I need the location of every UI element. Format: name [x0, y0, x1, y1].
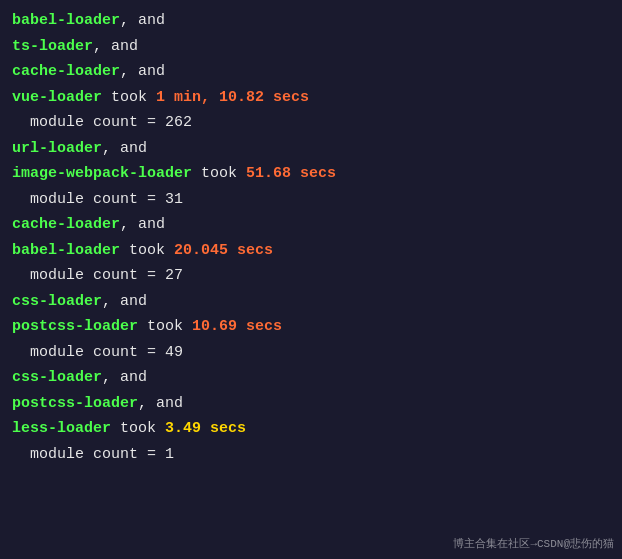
terminal-line: module count = 27	[12, 263, 610, 289]
terminal-line: url-loader, and	[12, 136, 610, 162]
terminal-line: cache-loader, and	[12, 59, 610, 85]
watermark-label: 博主合集在社区→	[453, 538, 537, 550]
terminal-line: less-loader took 3.49 secs	[12, 416, 610, 442]
terminal-line: module count = 31	[12, 187, 610, 213]
terminal-line: module count = 49	[12, 340, 610, 366]
terminal-output: babel-loader, andts-loader, andcache-loa…	[0, 0, 622, 559]
terminal-line: babel-loader took 20.045 secs	[12, 238, 610, 264]
terminal-line: babel-loader, and	[12, 8, 610, 34]
terminal-line: postcss-loader took 10.69 secs	[12, 314, 610, 340]
terminal-line: css-loader, and	[12, 289, 610, 315]
terminal-line: postcss-loader, and	[12, 391, 610, 417]
terminal-line: image-webpack-loader took 51.68 secs	[12, 161, 610, 187]
terminal-line: vue-loader took 1 min, 10.82 secs	[12, 85, 610, 111]
terminal-line: css-loader, and	[12, 365, 610, 391]
terminal-line: module count = 1	[12, 442, 610, 468]
terminal-line: ts-loader, and	[12, 34, 610, 60]
terminal-line: module count = 262	[12, 110, 610, 136]
watermark-text: CSDN@悲伤的猫	[537, 538, 614, 550]
watermark: 博主合集在社区→CSDN@悲伤的猫	[453, 536, 614, 551]
terminal-line: cache-loader, and	[12, 212, 610, 238]
